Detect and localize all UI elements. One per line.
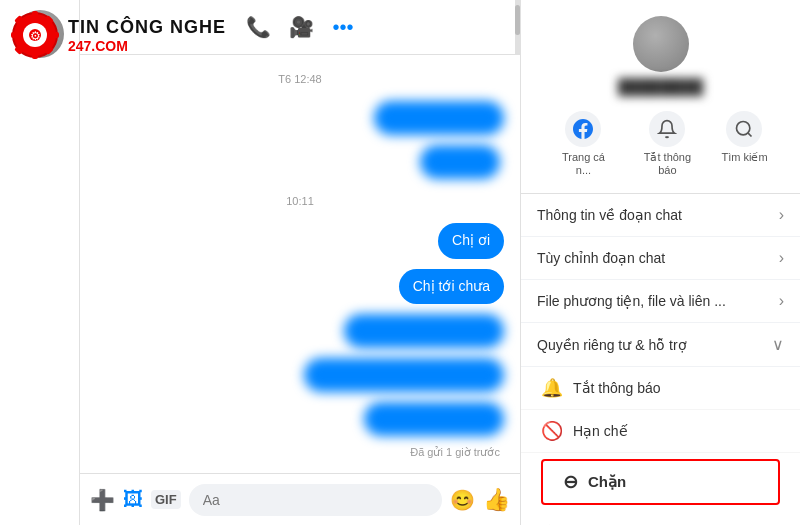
chevron-right-icon: › [779, 206, 784, 224]
mute-action[interactable]: Tắt thông báo [637, 111, 697, 177]
chat-input-bar: ➕ 🖼 GIF 😊 👍 [80, 473, 520, 525]
info-menu: Thông tin về đoạn chat › Tùy chỉnh đoạn … [521, 194, 800, 525]
svg-point-14 [737, 122, 750, 135]
menu-item-chat-info[interactable]: Thông tin về đoạn chat › [521, 194, 800, 237]
message-row [96, 358, 504, 392]
video-icon[interactable]: 🎥 [289, 15, 314, 39]
block-icon: ⊖ [563, 471, 578, 493]
time-label-1: T6 12:48 [96, 73, 504, 85]
bell-mute-icon: 🔔 [541, 377, 563, 399]
message-bubble [420, 145, 500, 179]
message-input[interactable] [189, 484, 442, 516]
privacy-submenu: 🔔 Tắt thông báo 🚫 Hạn chế ⊖ Chặn ⚠ Báo c… [521, 367, 800, 525]
search-icon [726, 111, 762, 147]
svg-line-15 [748, 133, 752, 137]
chat-main: 📞 🎥 ••• T6 12:48 10:11 Chị ơi Chị tới ch… [80, 0, 520, 525]
watermark-brand: TIN CÔNG NGHE [68, 17, 226, 38]
info-header: ████████ Trang cá n... Tắt thông báo [521, 0, 800, 194]
search-action-label: Tìm kiếm [721, 151, 767, 164]
chevron-right-icon: › [779, 292, 784, 310]
like-icon[interactable]: 👍 [483, 487, 510, 513]
menu-item-customize[interactable]: Tùy chỉnh đoạn chat › [521, 237, 800, 280]
message-row [96, 314, 504, 348]
submenu-restrict[interactable]: 🚫 Hạn chế [521, 410, 800, 453]
message-row [96, 101, 504, 135]
svg-text:⚙: ⚙ [30, 29, 41, 43]
watermark-url: 247.COM [68, 38, 226, 54]
gear-icon: ⚙ [10, 10, 60, 60]
chat-sidebar [0, 0, 80, 525]
svg-rect-5 [11, 32, 19, 38]
contact-name: ████████ [618, 78, 703, 95]
add-icon[interactable]: ➕ [90, 488, 115, 512]
profile-action[interactable]: Trang cá n... [553, 111, 613, 177]
report-item[interactable]: ⚠ Báo cáo Đóng góp ý kiến và báo cáo cuộ… [521, 511, 800, 525]
profile-action-label: Trang cá n... [553, 151, 613, 177]
sent-time: Đã gửi 1 giờ trước [96, 446, 504, 459]
bell-icon [649, 111, 685, 147]
contact-avatar [633, 16, 689, 72]
message-row: Chị tới chưa [96, 269, 504, 305]
svg-rect-6 [51, 32, 59, 38]
phone-icon[interactable]: 📞 [246, 15, 271, 39]
info-panel: ████████ Trang cá n... Tắt thông báo [520, 0, 800, 525]
emoji-icon[interactable]: 😊 [450, 488, 475, 512]
menu-item-media[interactable]: File phương tiện, file và liên ... › [521, 280, 800, 323]
block-label: Chặn [588, 473, 626, 491]
message-row [96, 402, 504, 436]
chevron-right-icon: › [779, 249, 784, 267]
message-row [96, 145, 504, 179]
info-actions: Trang cá n... Tắt thông báo [553, 105, 767, 183]
menu-item-privacy[interactable]: Quyền riêng tư & hỗ trợ ∨ [521, 323, 800, 367]
image-icon[interactable]: 🖼 [123, 488, 143, 511]
search-action[interactable]: Tìm kiếm [721, 111, 767, 177]
message-bubble-chi-toi-chua: Chị tới chưa [399, 269, 504, 305]
facebook-icon [565, 111, 601, 147]
chevron-down-icon: ∨ [772, 335, 784, 354]
gif-icon[interactable]: GIF [151, 490, 181, 509]
warning-icon: ⚠ [541, 521, 557, 525]
mute-action-label: Tắt thông báo [637, 151, 697, 177]
report-title: ⚠ Báo cáo [541, 521, 784, 525]
restrict-icon: 🚫 [541, 420, 563, 442]
watermark: ⚙ TIN CÔNG NGHE 247.COM [10, 10, 226, 60]
block-button[interactable]: ⊖ Chặn [541, 459, 780, 505]
svg-rect-3 [32, 11, 38, 19]
contact-avatar-img [633, 16, 689, 72]
more-options-icon[interactable]: ••• [332, 16, 353, 39]
message-bubble-chi-oi: Chị ơi [438, 223, 504, 259]
message-row: Chị ơi [96, 223, 504, 259]
message-bubble [364, 402, 504, 436]
chat-messages: T6 12:48 10:11 Chị ơi Chị tới chưa Đã gử… [80, 55, 520, 473]
watermark-text: TIN CÔNG NGHE 247.COM [68, 17, 226, 54]
svg-rect-4 [32, 51, 38, 59]
message-bubble [304, 358, 504, 392]
message-bubble [374, 101, 504, 135]
message-bubble [344, 314, 504, 348]
submenu-mute[interactable]: 🔔 Tắt thông báo [521, 367, 800, 410]
block-container: ⊖ Chặn [521, 453, 800, 511]
time-label-2: 10:11 [96, 195, 504, 207]
